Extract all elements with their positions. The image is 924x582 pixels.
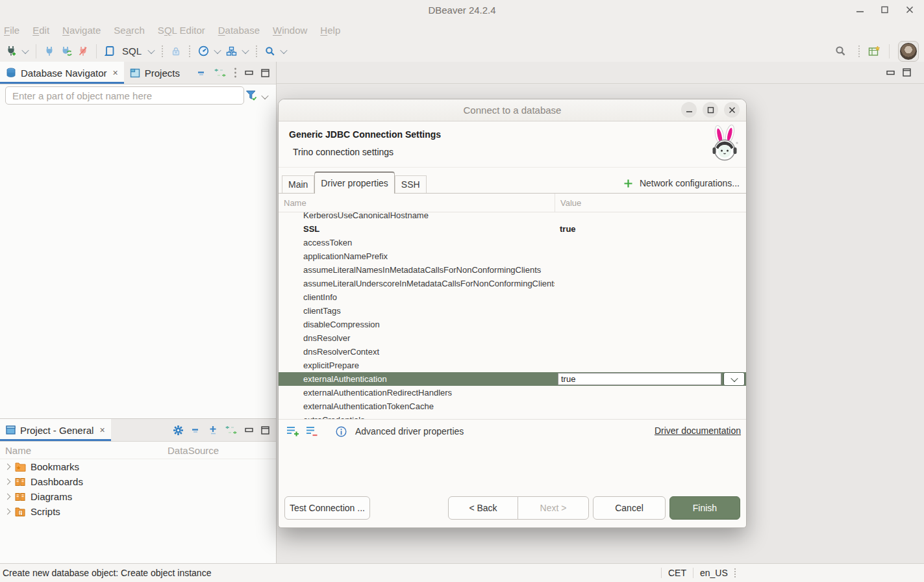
dialog-close-icon[interactable] xyxy=(724,102,740,118)
dialog-titlebar[interactable]: Connect to a database xyxy=(279,99,746,121)
view-menu-icon[interactable] xyxy=(234,68,237,78)
status-separator xyxy=(661,568,662,578)
property-value-input[interactable] xyxy=(558,373,721,385)
property-table[interactable]: KerberosUseCanonicalHostnameSSLtrueacces… xyxy=(279,212,746,420)
property-row-dnsResolver[interactable]: dnsResolver xyxy=(279,331,746,345)
property-row-externalAuthenticationRedirectHandlers[interactable]: externalAuthenticationRedirectHandlers xyxy=(279,386,746,399)
cancel-button[interactable]: Cancel xyxy=(593,496,666,520)
menu-item-edit[interactable]: Edit xyxy=(32,25,49,36)
user-avatar-button[interactable] xyxy=(898,41,919,62)
dialog-footer-toolbar: Advanced driver properties Driver docume… xyxy=(279,420,746,443)
property-row-externalAuthentication[interactable]: externalAuthentication xyxy=(279,372,746,386)
editor-minimize-icon[interactable] xyxy=(886,70,895,75)
property-row-accessToken[interactable]: accessToken xyxy=(279,236,746,249)
window-minimize-icon[interactable] xyxy=(855,5,866,15)
expand-chevron-icon[interactable] xyxy=(5,464,11,470)
tree-item-scripts[interactable]: Scripts xyxy=(0,504,276,519)
property-row-clientInfo[interactable]: clientInfo xyxy=(279,290,746,304)
expand-chevron-icon[interactable] xyxy=(5,509,11,515)
menu-item-database[interactable]: Database xyxy=(218,25,260,36)
status-locale[interactable]: en_US xyxy=(700,568,728,578)
property-row-clientTags[interactable]: clientTags xyxy=(279,304,746,318)
filter-funnel-icon[interactable] xyxy=(245,90,258,101)
property-row-SSL[interactable]: SSLtrue xyxy=(279,222,746,236)
open-perspective-icon[interactable] xyxy=(868,45,880,57)
property-value-dropdown-button[interactable] xyxy=(723,372,745,386)
sql-editor-label[interactable]: SQL xyxy=(122,45,142,57)
panel-maximize-icon[interactable] xyxy=(261,69,269,77)
collapse-all-icon[interactable] xyxy=(197,70,206,76)
network-dropdown-icon[interactable] xyxy=(242,46,249,53)
search-icon[interactable] xyxy=(265,46,275,57)
panel-minimize-icon[interactable] xyxy=(245,427,253,433)
tab-project-general[interactable]: Project - General × xyxy=(0,419,111,441)
menu-item-window[interactable]: Window xyxy=(273,25,307,36)
property-row-explicitPrepare[interactable]: explicitPrepare xyxy=(279,359,746,372)
driver-documentation-link[interactable]: Driver documentation xyxy=(655,425,741,436)
network-configurations-button[interactable]: Network configurations... xyxy=(623,178,740,188)
dialog-tab-driver-properties[interactable]: Driver properties xyxy=(314,171,394,194)
network-icon[interactable] xyxy=(226,46,237,57)
link-with-editor-icon[interactable] xyxy=(225,426,237,434)
property-row-dnsResolverContext[interactable]: dnsResolverContext xyxy=(279,345,746,359)
finish-button[interactable]: Finish xyxy=(669,496,740,520)
navigator-body[interactable] xyxy=(0,107,276,419)
expand-chevron-icon[interactable] xyxy=(5,494,11,500)
tree-item-label: Diagrams xyxy=(31,491,72,502)
back-button[interactable]: < Back xyxy=(448,496,518,520)
property-row-extraCredentials[interactable]: extraCredentials xyxy=(279,413,746,420)
settings-gear-icon[interactable] xyxy=(173,425,184,436)
tab-projects[interactable]: Projects xyxy=(124,62,186,84)
new-connection-dropdown-icon[interactable] xyxy=(21,46,29,53)
menu-item-help[interactable]: Help xyxy=(320,25,340,36)
tree-item-diagrams[interactable]: Diagrams xyxy=(0,489,276,504)
gauge-dropdown-icon[interactable] xyxy=(214,46,221,53)
object-filter-input[interactable] xyxy=(5,86,244,105)
property-value xyxy=(555,304,746,318)
quick-search-icon[interactable] xyxy=(835,45,846,57)
new-connection-icon[interactable] xyxy=(5,45,17,57)
editor-maximize-icon[interactable] xyxy=(903,68,911,77)
property-row-applicationNamePrefix[interactable]: applicationNamePrefix xyxy=(279,249,746,263)
property-row-assumeLiteralNamesInMetadataCallsForNonConformingClients[interactable]: assumeLiteralNamesInMetadataCallsForNonC… xyxy=(279,263,746,277)
project-tabbar: Project - General × xyxy=(0,419,276,442)
dashboard-gauge-icon[interactable] xyxy=(198,45,209,57)
tab-close-icon[interactable]: × xyxy=(99,425,105,435)
property-row-KerberosUseCanonicalHostname[interactable]: KerberosUseCanonicalHostname xyxy=(279,212,746,222)
tab-database-navigator[interactable]: Database Navigator × xyxy=(0,62,124,84)
collapse-all-icon[interactable] xyxy=(192,427,201,433)
filter-dropdown-icon[interactable] xyxy=(261,92,268,99)
menu-item-search[interactable]: Search xyxy=(114,25,145,36)
test-connection-button[interactable]: Test Connection ... xyxy=(284,496,370,520)
menu-item-sql-editor[interactable]: SQL Editor xyxy=(158,25,205,36)
disconnect-icon[interactable] xyxy=(78,46,88,57)
remove-property-icon[interactable] xyxy=(306,425,318,437)
menu-item-navigate[interactable]: Navigate xyxy=(62,25,101,36)
tab-close-icon[interactable]: × xyxy=(113,68,118,78)
dialog-tab-ssh[interactable]: SSH xyxy=(395,175,427,193)
dialog-minimize-icon[interactable] xyxy=(681,102,697,118)
reconnect-icon[interactable] xyxy=(60,46,72,57)
expand-all-icon[interactable] xyxy=(208,425,218,435)
add-property-icon[interactable] xyxy=(286,425,300,437)
window-maximize-icon[interactable] xyxy=(880,5,890,15)
panel-minimize-icon[interactable] xyxy=(245,70,253,75)
property-row-disableCompression[interactable]: disableCompression xyxy=(279,318,746,331)
menu-item-file[interactable]: File xyxy=(4,25,19,36)
status-timezone[interactable]: CET xyxy=(668,568,686,578)
property-row-externalAuthenticationTokenCache[interactable]: externalAuthenticationTokenCache xyxy=(279,399,746,413)
property-value xyxy=(555,359,746,372)
sql-editor-dropdown-icon[interactable] xyxy=(147,46,155,53)
link-with-editor-icon[interactable] xyxy=(214,69,226,77)
property-row-assumeLiteralUnderscoreInMetadataCallsForNonConformingClients[interactable]: assumeLiteralUnderscoreInMetadataCallsFo… xyxy=(279,277,746,290)
tree-item-dashboards[interactable]: Dashboards xyxy=(0,474,276,489)
sql-editor-icon[interactable] xyxy=(105,45,115,57)
panel-maximize-icon[interactable] xyxy=(261,426,269,435)
search-dropdown-icon[interactable] xyxy=(280,46,287,53)
window-close-icon[interactable] xyxy=(905,5,915,15)
dialog-maximize-icon[interactable] xyxy=(703,102,718,118)
expand-chevron-icon[interactable] xyxy=(5,479,11,485)
dialog-tab-main[interactable]: Main xyxy=(282,175,314,193)
connect-icon[interactable] xyxy=(44,46,55,57)
tree-item-bookmarks[interactable]: Bookmarks xyxy=(0,459,276,474)
